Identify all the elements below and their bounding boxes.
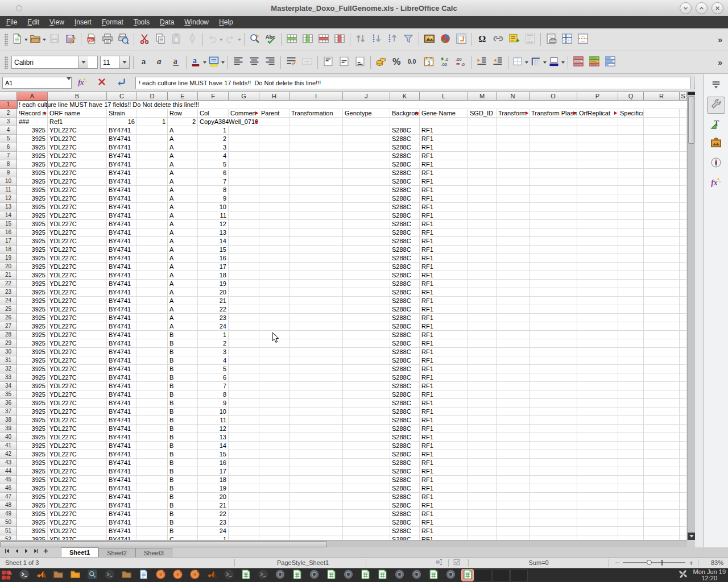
cell-A52[interactable]: 3925	[17, 535, 48, 540]
cell-J8[interactable]	[343, 160, 390, 169]
cell-R40[interactable]	[644, 433, 680, 442]
cell-R26[interactable]	[644, 314, 680, 322]
cell-P39[interactable]	[577, 425, 618, 433]
cell-I52[interactable]	[289, 535, 343, 540]
cell-Q20[interactable]	[618, 263, 644, 271]
cell-M50[interactable]	[468, 518, 497, 527]
cell-M15[interactable]	[468, 220, 497, 228]
column-header-B[interactable]: B	[48, 92, 107, 101]
cell-S46[interactable]	[680, 484, 687, 493]
cell-O40[interactable]	[530, 433, 577, 442]
cell-G17[interactable]	[229, 237, 259, 246]
cell-S15[interactable]	[680, 220, 687, 228]
taskbar-empty-slot[interactable]	[510, 569, 528, 581]
cell-O52[interactable]	[530, 535, 577, 540]
cell-F26[interactable]: 23	[198, 314, 229, 322]
cell-E23[interactable]: A	[168, 288, 198, 297]
cell-I17[interactable]	[289, 237, 343, 246]
cell-F43[interactable]: 16	[198, 459, 229, 467]
cell-S8[interactable]	[680, 160, 687, 169]
cell-S17[interactable]	[680, 237, 687, 246]
cell-S38[interactable]	[680, 416, 687, 425]
cell-M42[interactable]	[468, 450, 497, 459]
zoom-in-icon[interactable]: +	[689, 559, 693, 567]
cell-C52[interactable]: BY4741	[107, 535, 137, 540]
cell-R27[interactable]	[644, 322, 680, 331]
cell-H29[interactable]	[259, 339, 289, 348]
cell-B3[interactable]: Ref1	[48, 118, 107, 126]
cell-B42[interactable]: YDL227C	[48, 450, 107, 459]
cell-Q8[interactable]	[618, 160, 644, 169]
cell-I3[interactable]	[289, 118, 343, 126]
cell-G14[interactable]	[229, 211, 259, 220]
cell-I33[interactable]	[289, 373, 343, 382]
cell-O11[interactable]	[530, 186, 577, 194]
cell-F7[interactable]: 4	[198, 152, 229, 160]
cell-S7[interactable]	[680, 152, 687, 160]
cell-G42[interactable]	[229, 450, 259, 459]
taskbar-item-calc-spreadsheet-20[interactable]	[359, 569, 371, 581]
row-header-23[interactable]: 23	[0, 288, 17, 297]
cell-P34[interactable]	[577, 382, 618, 390]
cell-B47[interactable]: YDL227C	[48, 493, 107, 501]
cell-B32[interactable]: YDL227C	[48, 365, 107, 373]
cell-E43[interactable]: B	[168, 459, 198, 467]
cell-G37[interactable]	[229, 408, 259, 416]
cell-L33[interactable]: RF1	[420, 373, 468, 382]
cell-P43[interactable]	[577, 459, 618, 467]
cell-N16[interactable]	[497, 228, 530, 237]
cell-A25[interactable]: 3925	[17, 305, 48, 314]
cell-Q4[interactable]	[618, 126, 644, 135]
sum-readout[interactable]: Sum=0	[469, 559, 609, 566]
cell-L30[interactable]: RF1	[420, 348, 468, 356]
dropdown-arrow-icon[interactable]	[525, 61, 528, 64]
cell-Q30[interactable]	[618, 348, 644, 356]
cell-I14[interactable]	[289, 211, 343, 220]
cell-M32[interactable]	[468, 365, 497, 373]
cell-S26[interactable]	[680, 314, 687, 322]
cell-G9[interactable]	[229, 169, 259, 177]
cell-G18[interactable]	[229, 246, 259, 254]
cell-B9[interactable]: YDL227C	[48, 169, 107, 177]
cell-K20[interactable]: S288C	[390, 263, 420, 271]
cell-Q36[interactable]	[618, 399, 644, 408]
cell-B15[interactable]: YDL227C	[48, 220, 107, 228]
cell-Q27[interactable]	[618, 322, 644, 331]
cell-J34[interactable]	[343, 382, 390, 390]
cell-N52[interactable]	[497, 535, 530, 540]
cell-R36[interactable]	[644, 399, 680, 408]
cell-Q32[interactable]	[618, 365, 644, 373]
cell-R28[interactable]	[644, 331, 680, 339]
cell-D12[interactable]	[137, 194, 168, 203]
cell-F27[interactable]: 24	[198, 322, 229, 331]
cell-A23[interactable]: 3925	[17, 288, 48, 297]
cell-Q13[interactable]	[618, 203, 644, 211]
cell-I29[interactable]	[289, 339, 343, 348]
font-size-combo[interactable]	[100, 56, 130, 69]
cell-D24[interactable]	[137, 297, 168, 305]
cell-H42[interactable]	[259, 450, 289, 459]
vertical-scrollbar-thumb[interactable]	[688, 96, 694, 144]
cell-H7[interactable]	[259, 152, 289, 160]
cell-S24[interactable]	[680, 297, 687, 305]
cell-L13[interactable]: RF1	[420, 203, 468, 211]
cell-F34[interactable]: 7	[198, 382, 229, 390]
insert-pivot-table-button[interactable]	[453, 32, 469, 48]
cell-G4[interactable]	[229, 126, 259, 135]
cell-M38[interactable]	[468, 416, 497, 425]
cell-J44[interactable]	[343, 467, 390, 476]
cell-H46[interactable]	[259, 484, 289, 493]
row-header-20[interactable]: 20	[0, 263, 17, 271]
cell-D16[interactable]	[137, 228, 168, 237]
cell-Q16[interactable]	[618, 228, 644, 237]
cell-N12[interactable]	[497, 194, 530, 203]
cell-K47[interactable]: S288C	[390, 493, 420, 501]
cell-L41[interactable]: RF1	[420, 442, 468, 450]
cell-S42[interactable]	[680, 450, 687, 459]
cell-L18[interactable]: RF1	[420, 246, 468, 254]
column-header-E[interactable]: E	[168, 92, 198, 101]
cell-I36[interactable]	[289, 399, 343, 408]
cell-C39[interactable]: BY4741	[107, 425, 137, 433]
cell-I48[interactable]	[289, 501, 343, 510]
cell-I15[interactable]	[289, 220, 343, 228]
